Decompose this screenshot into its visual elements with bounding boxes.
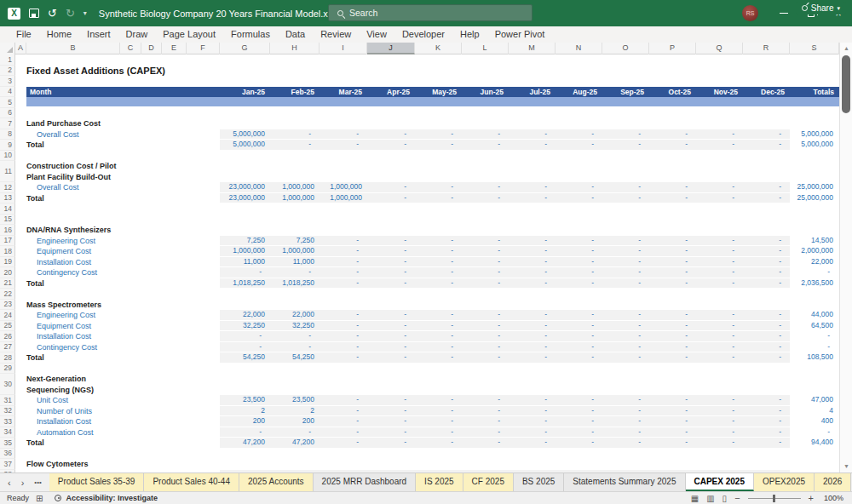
month-value-cell[interactable]: - [367, 427, 415, 438]
month-value-cell[interactable]: - [602, 236, 649, 247]
month-value-cell[interactable]: - [367, 257, 415, 268]
month-value-cell[interactable]: - [509, 236, 556, 247]
month-value-cell[interactable]: - [743, 406, 790, 417]
month-value-cell[interactable]: - [602, 310, 649, 321]
zoom-level[interactable]: 100% [821, 494, 843, 502]
month-value-cell[interactable]: - [415, 321, 462, 332]
month-value-cell[interactable]: - [462, 416, 509, 427]
user-avatar[interactable]: RS [742, 5, 758, 21]
month-value-cell[interactable]: 23,000,000 [220, 193, 270, 204]
row-header-29[interactable]: 29 [0, 364, 15, 375]
month-value-cell[interactable]: - [509, 246, 556, 257]
month-value-cell[interactable]: - [220, 331, 270, 342]
sheet-tab-2025-mrr-dashboard[interactable]: 2025 MRR Dashboard [314, 473, 417, 491]
column-header-E[interactable]: E [162, 43, 187, 54]
month-value-cell[interactable]: - [462, 193, 509, 204]
month-value-cell[interactable]: - [509, 140, 556, 151]
month-value-cell[interactable]: 1,018,250 [220, 278, 270, 289]
month-header-cell[interactable]: Apr-25 [367, 87, 415, 98]
scroll-down-icon[interactable]: ▼ [840, 461, 852, 472]
row-header-8[interactable]: 8 [0, 129, 15, 140]
month-value-cell[interactable]: - [320, 416, 367, 427]
month-value-cell[interactable]: - [320, 140, 367, 151]
zoom-in-icon[interactable]: + [809, 493, 814, 503]
month-value-cell[interactable]: - [602, 193, 649, 204]
month-value-cell[interactable]: 1,000,000 [320, 193, 367, 204]
month-value-cell[interactable]: - [415, 427, 462, 438]
totals-cell[interactable]: 5,000,000 [790, 140, 839, 151]
zoom-slider[interactable] [748, 498, 801, 499]
month-value-cell[interactable]: - [367, 129, 415, 140]
month-value-cell[interactable]: - [509, 182, 556, 193]
month-value-cell[interactable]: - [320, 427, 367, 438]
month-value-cell[interactable]: - [367, 246, 415, 257]
month-value-cell[interactable]: - [602, 257, 649, 268]
ribbon-tab-power-pivot[interactable]: Power Pivot [487, 26, 553, 43]
month-value-cell[interactable]: - [415, 406, 462, 417]
month-value-cell[interactable]: - [649, 395, 696, 406]
month-value-cell[interactable]: - [320, 321, 367, 332]
vertical-scrollbar[interactable]: ▲ ▼ [839, 43, 852, 472]
month-value-cell[interactable]: - [415, 342, 462, 353]
month-value-cell[interactable]: - [649, 257, 696, 268]
month-value-cell[interactable]: 22,000 [220, 310, 270, 321]
month-value-cell[interactable]: - [696, 193, 743, 204]
month-value-cell[interactable]: - [509, 278, 556, 289]
month-value-cell[interactable]: 1,000,000 [270, 182, 320, 193]
section-label[interactable]: DNA/RNA Synthesizers [26, 225, 111, 236]
month-value-cell[interactable]: - [649, 321, 696, 332]
month-value-cell[interactable]: - [462, 438, 509, 449]
select-all-corner[interactable] [0, 43, 15, 54]
totals-cell[interactable]: 25,000,000 [790, 182, 839, 193]
month-value-cell[interactable]: - [696, 182, 743, 193]
month-value-cell[interactable]: - [696, 236, 743, 247]
month-value-cell[interactable]: - [367, 310, 415, 321]
line-item-label[interactable]: Automation Cost [37, 427, 94, 438]
month-value-cell[interactable]: - [462, 395, 509, 406]
month-value-cell[interactable]: - [649, 140, 696, 151]
month-value-cell[interactable]: - [743, 438, 790, 449]
section-label[interactable]: Next-GenerationSequencing (NGS) [26, 374, 94, 395]
month-value-cell[interactable]: - [602, 129, 649, 140]
month-value-cell[interactable]: - [367, 406, 415, 417]
month-value-cell[interactable]: - [649, 246, 696, 257]
month-value-cell[interactable]: - [462, 406, 509, 417]
column-header-D[interactable]: D [141, 43, 162, 54]
month-value-cell[interactable]: - [649, 406, 696, 417]
month-value-cell[interactable]: - [320, 395, 367, 406]
month-value-cell[interactable]: - [367, 438, 415, 449]
month-value-cell[interactable]: - [415, 416, 462, 427]
month-value-cell[interactable]: - [556, 267, 602, 278]
month-value-cell[interactable]: - [602, 278, 649, 289]
month-header-cell[interactable]: Dec-25 [743, 87, 790, 98]
month-value-cell[interactable]: - [415, 193, 462, 204]
ribbon-tab-page-layout[interactable]: Page Layout [155, 26, 223, 43]
month-value-cell[interactable]: - [696, 321, 743, 332]
month-value-cell[interactable]: - [649, 331, 696, 342]
totals-cell[interactable]: - [790, 267, 839, 278]
month-value-cell[interactable]: - [556, 236, 602, 247]
month-value-cell[interactable]: - [367, 395, 415, 406]
ribbon-tab-developer[interactable]: Developer [394, 26, 452, 43]
zoom-slider-thumb[interactable] [773, 495, 775, 502]
month-value-cell[interactable]: - [462, 236, 509, 247]
ribbon-tab-insert[interactable]: Insert [79, 26, 118, 43]
total-label[interactable]: Total [26, 278, 44, 289]
totals-cell[interactable]: - [790, 427, 839, 438]
month-value-cell[interactable]: - [367, 342, 415, 353]
month-header-cell[interactable]: Jun-25 [462, 87, 509, 98]
ribbon-tab-draw[interactable]: Draw [118, 26, 156, 43]
line-item-label[interactable]: Equipment Cost [37, 321, 91, 332]
month-value-cell[interactable]: 2 [220, 406, 270, 417]
section-label[interactable]: Mass Spectrometers [26, 300, 101, 311]
month-value-cell[interactable]: 200 [270, 416, 320, 427]
row-header-31[interactable]: 31 [0, 395, 15, 406]
month-value-cell[interactable]: - [415, 438, 462, 449]
month-value-cell[interactable]: - [462, 129, 509, 140]
month-value-cell[interactable]: 7,250 [220, 236, 270, 247]
macro-record-icon[interactable]: ⊞ [36, 494, 43, 503]
month-value-cell[interactable]: - [509, 129, 556, 140]
month-value-cell[interactable]: - [320, 310, 367, 321]
month-value-cell[interactable]: - [556, 193, 602, 204]
month-header-cell[interactable]: Sep-25 [602, 87, 649, 98]
